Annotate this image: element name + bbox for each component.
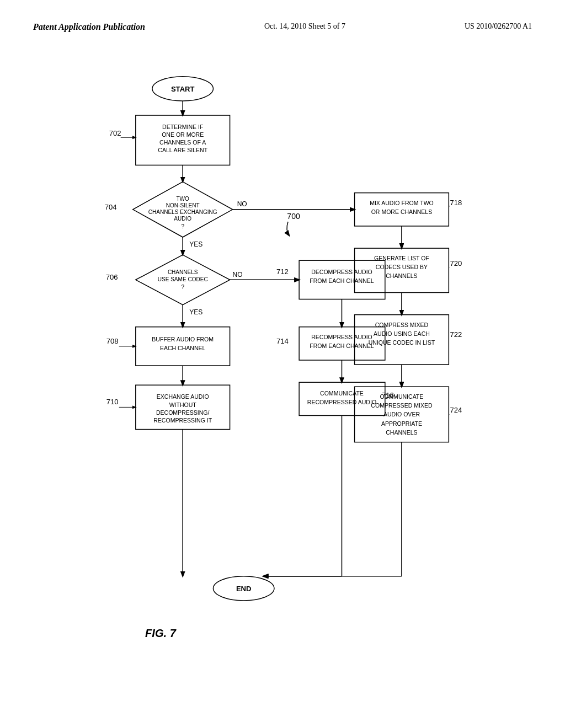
node-708-id: 708 [106,337,119,345]
svg-text:CODECS USED BY: CODECS USED BY [376,264,428,270]
no-label-704: NO [237,200,247,208]
node-724-id: 724 [450,406,462,414]
page: Patent Application Publication Oct. 14, … [0,0,565,728]
svg-text:RECOMPRESSING IT: RECOMPRESSING IT [153,417,212,424]
svg-text:MIX AUDIO FROM TWO: MIX AUDIO FROM TWO [370,200,434,206]
node-710-id: 710 [106,398,119,406]
svg-text:DECOMPRESSING/: DECOMPRESSING/ [156,409,210,416]
svg-text:TWO: TWO [176,196,189,202]
svg-text:RECOMPRESSED AUDIO: RECOMPRESSED AUDIO [307,399,376,405]
flowchart-svg: START DETERMINE IF ONE OR MORE CHANNELS … [33,43,532,677]
svg-text:FROM EACH CHANNEL: FROM EACH CHANNEL [310,342,374,349]
node-702-id: 702 [109,129,121,137]
svg-text:EXCHANGE AUDIO: EXCHANGE AUDIO [157,393,209,400]
svg-text:DECOMPRESS AUDIO: DECOMPRESS AUDIO [311,269,372,275]
svg-text:CHANNELS: CHANNELS [386,272,417,279]
svg-text:ONE OR MORE: ONE OR MORE [162,131,204,138]
node-720-id: 720 [450,259,462,267]
svg-text:AUDIO OVER: AUDIO OVER [383,411,420,417]
node-712-id: 712 [276,267,289,276]
svg-text:COMPRESS MIXED: COMPRESS MIXED [375,322,429,328]
node-704-id: 704 [105,203,117,211]
figure-label: FIG. 7 [145,627,177,639]
no-label-706: NO [233,271,243,279]
header-right: US 2010/0262700 A1 [465,22,532,31]
svg-text:GENERATE LIST OF: GENERATE LIST OF [374,255,429,261]
node-714-id: 714 [276,337,289,345]
svg-text:OR MORE CHANNELS: OR MORE CHANNELS [371,208,433,215]
diagram-number: 700 [287,212,300,221]
node-702-text: DETERMINE IF [162,124,204,130]
svg-text:AUDIO USING EACH: AUDIO USING EACH [374,330,430,337]
svg-text:AUDIO: AUDIO [174,216,191,222]
svg-text:COMMUNICATE: COMMUNICATE [320,390,364,397]
node-722-id: 722 [450,330,462,339]
svg-text:BUFFER AUDIO FROM: BUFFER AUDIO FROM [152,336,214,342]
svg-text:FROM EACH CHANNEL: FROM EACH CHANNEL [310,277,374,284]
node-706-id: 706 [106,273,118,281]
yes-label-706: YES [189,308,202,316]
svg-text:USE SAME CODEC: USE SAME CODEC [158,276,208,282]
node-718-id: 718 [450,199,462,207]
svg-text:WITHOUT: WITHOUT [169,402,197,408]
diagram-area: START DETERMINE IF ONE OR MORE CHANNELS … [33,43,532,677]
svg-text:NON-SILENT: NON-SILENT [166,202,200,208]
svg-text:CHANNELS OF A: CHANNELS OF A [159,139,206,146]
svg-text:CHANNELS: CHANNELS [168,269,198,275]
svg-text:UNIQUE CODEC IN LIST: UNIQUE CODEC IN LIST [369,339,435,346]
header-left: Patent Application Publication [33,22,145,32]
svg-text:APPROPRIATE: APPROPRIATE [381,420,422,427]
page-header: Patent Application Publication Oct. 14, … [33,22,532,32]
header-center: Oct. 14, 2010 Sheet 5 of 7 [264,22,345,31]
svg-text:COMMUNICATE: COMMUNICATE [380,393,424,400]
svg-text:?: ? [181,223,184,229]
svg-text:?: ? [181,284,184,290]
svg-text:CALL ARE SILENT: CALL ARE SILENT [158,147,207,153]
svg-text:RECOMPRESS AUDIO: RECOMPRESS AUDIO [311,334,372,340]
start-label: START [171,85,195,93]
svg-text:EACH CHANNEL: EACH CHANNEL [160,345,206,351]
svg-text:COMPRESSED MIXED: COMPRESSED MIXED [371,402,433,409]
yes-label-704: YES [189,240,202,248]
end-label: END [236,585,252,593]
svg-text:CHANNELS EXCHANGING: CHANNELS EXCHANGING [148,209,217,215]
svg-text:CHANNELS: CHANNELS [386,429,417,436]
